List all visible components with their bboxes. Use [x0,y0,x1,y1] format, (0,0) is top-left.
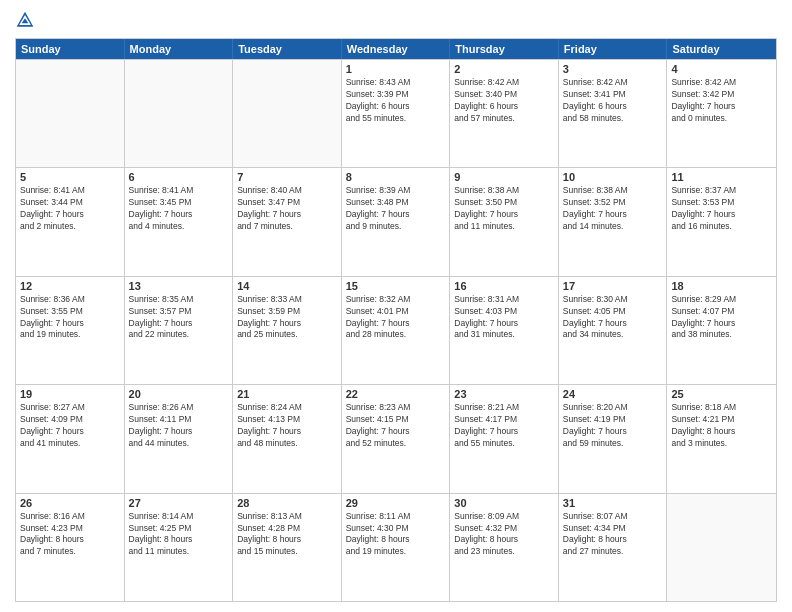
calendar-header-cell: Wednesday [342,39,451,59]
calendar-header-cell: Tuesday [233,39,342,59]
day-number: 26 [20,497,120,509]
day-number: 14 [237,280,337,292]
calendar-row: 1Sunrise: 8:43 AM Sunset: 3:39 PM Daylig… [16,59,776,167]
day-number: 20 [129,388,229,400]
calendar-cell: 15Sunrise: 8:32 AM Sunset: 4:01 PM Dayli… [342,277,451,384]
day-number: 18 [671,280,772,292]
day-number: 17 [563,280,663,292]
day-info: Sunrise: 8:42 AM Sunset: 3:42 PM Dayligh… [671,77,772,125]
calendar-body: 1Sunrise: 8:43 AM Sunset: 3:39 PM Daylig… [16,59,776,601]
day-number: 3 [563,63,663,75]
calendar-cell: 17Sunrise: 8:30 AM Sunset: 4:05 PM Dayli… [559,277,668,384]
day-number: 8 [346,171,446,183]
calendar-cell: 19Sunrise: 8:27 AM Sunset: 4:09 PM Dayli… [16,385,125,492]
calendar-cell: 23Sunrise: 8:21 AM Sunset: 4:17 PM Dayli… [450,385,559,492]
calendar-cell: 18Sunrise: 8:29 AM Sunset: 4:07 PM Dayli… [667,277,776,384]
day-number: 13 [129,280,229,292]
calendar-row: 12Sunrise: 8:36 AM Sunset: 3:55 PM Dayli… [16,276,776,384]
day-number: 16 [454,280,554,292]
calendar-cell: 22Sunrise: 8:23 AM Sunset: 4:15 PM Dayli… [342,385,451,492]
day-info: Sunrise: 8:14 AM Sunset: 4:25 PM Dayligh… [129,511,229,559]
calendar-cell: 14Sunrise: 8:33 AM Sunset: 3:59 PM Dayli… [233,277,342,384]
calendar-cell: 10Sunrise: 8:38 AM Sunset: 3:52 PM Dayli… [559,168,668,275]
calendar-header-cell: Friday [559,39,668,59]
calendar-cell: 31Sunrise: 8:07 AM Sunset: 4:34 PM Dayli… [559,494,668,601]
day-info: Sunrise: 8:42 AM Sunset: 3:41 PM Dayligh… [563,77,663,125]
day-number: 25 [671,388,772,400]
calendar-cell: 5Sunrise: 8:41 AM Sunset: 3:44 PM Daylig… [16,168,125,275]
day-info: Sunrise: 8:40 AM Sunset: 3:47 PM Dayligh… [237,185,337,233]
logo-icon [15,10,35,30]
calendar-header-cell: Monday [125,39,234,59]
day-info: Sunrise: 8:16 AM Sunset: 4:23 PM Dayligh… [20,511,120,559]
calendar-header-cell: Sunday [16,39,125,59]
day-info: Sunrise: 8:31 AM Sunset: 4:03 PM Dayligh… [454,294,554,342]
day-number: 29 [346,497,446,509]
day-number: 11 [671,171,772,183]
day-number: 15 [346,280,446,292]
calendar-cell [667,494,776,601]
calendar: SundayMondayTuesdayWednesdayThursdayFrid… [15,38,777,602]
calendar-row: 19Sunrise: 8:27 AM Sunset: 4:09 PM Dayli… [16,384,776,492]
calendar-cell: 28Sunrise: 8:13 AM Sunset: 4:28 PM Dayli… [233,494,342,601]
day-info: Sunrise: 8:35 AM Sunset: 3:57 PM Dayligh… [129,294,229,342]
calendar-cell: 1Sunrise: 8:43 AM Sunset: 3:39 PM Daylig… [342,60,451,167]
day-number: 10 [563,171,663,183]
day-info: Sunrise: 8:42 AM Sunset: 3:40 PM Dayligh… [454,77,554,125]
day-info: Sunrise: 8:33 AM Sunset: 3:59 PM Dayligh… [237,294,337,342]
calendar-cell: 9Sunrise: 8:38 AM Sunset: 3:50 PM Daylig… [450,168,559,275]
day-number: 24 [563,388,663,400]
page: SundayMondayTuesdayWednesdayThursdayFrid… [0,0,792,612]
calendar-cell: 27Sunrise: 8:14 AM Sunset: 4:25 PM Dayli… [125,494,234,601]
calendar-header-cell: Thursday [450,39,559,59]
day-info: Sunrise: 8:29 AM Sunset: 4:07 PM Dayligh… [671,294,772,342]
day-info: Sunrise: 8:41 AM Sunset: 3:45 PM Dayligh… [129,185,229,233]
calendar-cell: 4Sunrise: 8:42 AM Sunset: 3:42 PM Daylig… [667,60,776,167]
day-info: Sunrise: 8:23 AM Sunset: 4:15 PM Dayligh… [346,402,446,450]
calendar-cell [233,60,342,167]
calendar-cell: 6Sunrise: 8:41 AM Sunset: 3:45 PM Daylig… [125,168,234,275]
day-number: 12 [20,280,120,292]
day-info: Sunrise: 8:30 AM Sunset: 4:05 PM Dayligh… [563,294,663,342]
calendar-cell: 20Sunrise: 8:26 AM Sunset: 4:11 PM Dayli… [125,385,234,492]
day-number: 27 [129,497,229,509]
day-info: Sunrise: 8:07 AM Sunset: 4:34 PM Dayligh… [563,511,663,559]
day-info: Sunrise: 8:38 AM Sunset: 3:52 PM Dayligh… [563,185,663,233]
calendar-cell: 21Sunrise: 8:24 AM Sunset: 4:13 PM Dayli… [233,385,342,492]
day-number: 31 [563,497,663,509]
calendar-cell: 30Sunrise: 8:09 AM Sunset: 4:32 PM Dayli… [450,494,559,601]
logo [15,10,39,30]
day-info: Sunrise: 8:43 AM Sunset: 3:39 PM Dayligh… [346,77,446,125]
day-info: Sunrise: 8:27 AM Sunset: 4:09 PM Dayligh… [20,402,120,450]
day-number: 22 [346,388,446,400]
day-info: Sunrise: 8:20 AM Sunset: 4:19 PM Dayligh… [563,402,663,450]
day-info: Sunrise: 8:36 AM Sunset: 3:55 PM Dayligh… [20,294,120,342]
calendar-cell: 11Sunrise: 8:37 AM Sunset: 3:53 PM Dayli… [667,168,776,275]
day-info: Sunrise: 8:39 AM Sunset: 3:48 PM Dayligh… [346,185,446,233]
calendar-cell: 16Sunrise: 8:31 AM Sunset: 4:03 PM Dayli… [450,277,559,384]
calendar-cell: 3Sunrise: 8:42 AM Sunset: 3:41 PM Daylig… [559,60,668,167]
day-info: Sunrise: 8:37 AM Sunset: 3:53 PM Dayligh… [671,185,772,233]
calendar-header-row: SundayMondayTuesdayWednesdayThursdayFrid… [16,39,776,59]
calendar-row: 26Sunrise: 8:16 AM Sunset: 4:23 PM Dayli… [16,493,776,601]
day-number: 4 [671,63,772,75]
calendar-cell: 24Sunrise: 8:20 AM Sunset: 4:19 PM Dayli… [559,385,668,492]
calendar-row: 5Sunrise: 8:41 AM Sunset: 3:44 PM Daylig… [16,167,776,275]
day-info: Sunrise: 8:18 AM Sunset: 4:21 PM Dayligh… [671,402,772,450]
day-info: Sunrise: 8:21 AM Sunset: 4:17 PM Dayligh… [454,402,554,450]
header [15,10,777,30]
day-number: 30 [454,497,554,509]
day-info: Sunrise: 8:24 AM Sunset: 4:13 PM Dayligh… [237,402,337,450]
calendar-cell: 13Sunrise: 8:35 AM Sunset: 3:57 PM Dayli… [125,277,234,384]
calendar-cell [16,60,125,167]
calendar-cell: 25Sunrise: 8:18 AM Sunset: 4:21 PM Dayli… [667,385,776,492]
day-number: 1 [346,63,446,75]
day-info: Sunrise: 8:41 AM Sunset: 3:44 PM Dayligh… [20,185,120,233]
day-number: 5 [20,171,120,183]
day-number: 28 [237,497,337,509]
day-number: 7 [237,171,337,183]
calendar-cell: 8Sunrise: 8:39 AM Sunset: 3:48 PM Daylig… [342,168,451,275]
day-number: 9 [454,171,554,183]
day-number: 6 [129,171,229,183]
day-info: Sunrise: 8:32 AM Sunset: 4:01 PM Dayligh… [346,294,446,342]
